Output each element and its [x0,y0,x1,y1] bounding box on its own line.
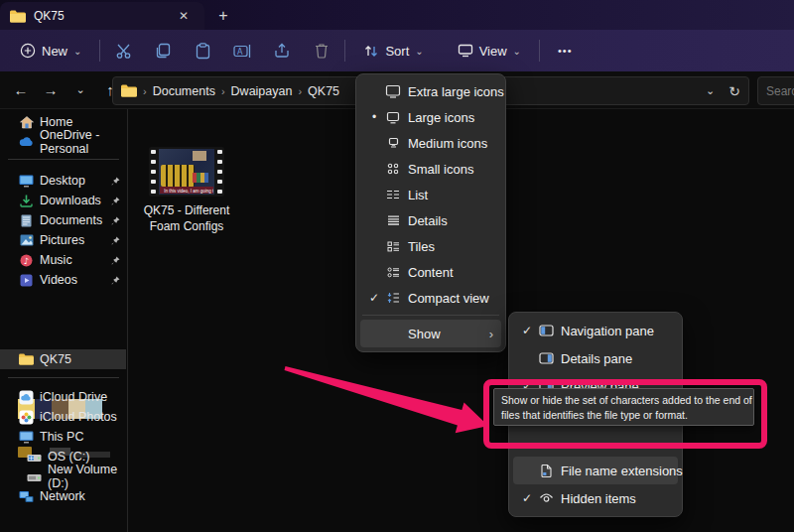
pane-divider[interactable] [127,109,128,532]
navigation-pane: Home OneDrive - Personal Desktop Downloa… [0,109,127,532]
large-icons-icon [382,111,404,124]
menu-item-compact-view[interactable]: ✓ Compact view [360,285,501,311]
view-button[interactable]: View ⌄ [448,35,531,66]
selected-bullet: • [366,111,382,123]
file-name-label: QK75 - Different Foam Configs [139,202,234,234]
pin-icon [111,216,120,225]
pin-icon [111,177,120,186]
breadcrumb-qk75[interactable]: QK75 [304,84,343,98]
submenu-item-details-pane[interactable]: Details pane [513,344,678,372]
menu-item-show[interactable]: Show › [360,320,501,347]
thumbnail-frame: In this video, I am going to rebuild my [159,149,214,195]
breadcrumb-separator: › [219,85,227,97]
navigation-pane-icon [535,325,557,336]
hidden-items-eye-icon [535,493,557,503]
menu-item-medium-icons[interactable]: Medium icons [360,130,501,156]
sidebar-item-label: Network [40,489,85,503]
folder-icon [121,84,137,97]
sidebar-item-new-volume-d[interactable]: New Volume (D:) [0,466,126,486]
filmstrip-holes [217,150,222,194]
menu-item-extra-large-icons[interactable]: Extra large icons [360,78,501,104]
sidebar-item-videos[interactable]: Videos [0,270,126,290]
share-button[interactable] [267,35,297,66]
sidebar-item-label: Music [40,253,72,267]
sidebar-item-label: Home [40,115,72,129]
sidebar-item-label: iCloud Drive [40,390,107,404]
sort-button[interactable]: Sort ⌄ [353,35,433,66]
sidebar-item-documents[interactable]: Documents [0,210,126,230]
pin-icon [111,236,120,245]
details-icon [382,215,404,225]
refresh-icon[interactable]: ↻ [728,83,740,99]
breadcrumb-documents[interactable]: Documents [149,84,219,98]
new-button[interactable]: New ⌄ [10,35,91,66]
compact-view-icon [382,292,404,304]
sidebar-item-desktop[interactable]: Desktop [0,171,126,191]
paste-button[interactable] [188,35,217,66]
sidebar-item-downloads[interactable]: Downloads [0,191,126,210]
tab-qk75[interactable]: QK75 ✕ [0,2,204,30]
back-button[interactable]: ← [6,75,36,105]
check-icon: ✓ [366,291,382,305]
sidebar-item-label: QK75 [40,352,71,366]
submenu-item-navigation-pane[interactable]: ✓ Navigation pane [513,317,678,344]
video-thumbnail: In this video, I am going to rebuild my [149,147,224,197]
recent-locations-button[interactable]: ⌄ [66,75,95,105]
submenu-item-file-name-extensions[interactable]: File name extensions [513,457,678,484]
sidebar-item-network[interactable]: Network [0,486,126,506]
svg-text:♪: ♪ [24,255,29,265]
music-icon: ♪ [19,253,34,268]
this-pc-icon [19,430,34,445]
tab-close-icon[interactable]: ✕ [173,6,195,26]
network-icon [19,489,34,504]
delete-button[interactable] [307,35,336,66]
check-icon: ✓ [519,324,535,337]
menu-item-list[interactable]: List [360,182,501,207]
home-icon [19,115,34,130]
breadcrumb-dwaipayan[interactable]: Dwaipayan [227,84,297,98]
more-options-button[interactable]: ••• [548,35,583,66]
os-drive-icon [27,450,42,465]
sidebar-item-icloud-photos[interactable]: iCloud Photos [0,407,126,427]
folder-icon [10,10,26,23]
drive-icon [27,469,42,484]
sidebar-item-label: OneDrive - Personal [40,128,126,156]
sidebar-item-music[interactable]: ♪ Music [0,250,126,270]
list-icon [382,190,404,200]
chevron-down-icon: ⌄ [73,46,81,57]
menu-item-large-icons[interactable]: • Large icons [360,104,501,130]
submenu-item-hidden-items[interactable]: ✓ Hidden items [513,484,678,512]
tab-bar: QK75 ✕ + [0,0,794,30]
menu-item-details[interactable]: Details [360,207,501,233]
sidebar-item-this-pc[interactable]: This PC [0,427,126,447]
tab-title: QK75 [34,9,173,23]
forward-button[interactable]: → [36,75,66,105]
extra-large-icons-icon [382,84,404,98]
medium-icons-icon [382,137,404,149]
new-tab-button[interactable]: + [210,4,236,28]
copy-button[interactable] [148,35,178,66]
address-dropdown-icon[interactable]: ⌄ [706,84,715,97]
rename-button[interactable]: A [227,35,257,66]
sidebar-item-qk75[interactable]: QK75 [0,349,126,369]
menu-item-content[interactable]: Content [360,259,501,285]
sidebar-item-label: Desktop [40,174,85,188]
sidebar-item-label: Documents [40,213,102,227]
cut-button[interactable] [108,35,138,66]
file-name-extensions-tooltip: Show or hide the set of characters added… [493,388,754,426]
search-box[interactable] [757,76,794,105]
svg-text:A: A [237,47,243,56]
sidebar-item-icloud-drive[interactable]: iCloud Drive [0,387,126,407]
sidebar-item-pictures[interactable]: Pictures [0,230,126,250]
new-button-label: New [42,44,67,59]
menu-item-tiles[interactable]: Tiles [360,233,501,259]
menu-item-small-icons[interactable]: Small icons [360,156,501,182]
view-dropdown-menu: Extra large icons • Large icons Medium i… [355,73,506,352]
view-monitor-icon [458,44,473,58]
sidebar-item-label: This PC [40,430,83,444]
sidebar-item-onedrive[interactable]: OneDrive - Personal [0,132,126,152]
file-item-qk75-video[interactable]: In this video, I am going to rebuild my … [139,147,234,234]
view-button-label: View [479,44,507,59]
search-input[interactable] [758,84,794,98]
pin-icon [111,197,120,205]
